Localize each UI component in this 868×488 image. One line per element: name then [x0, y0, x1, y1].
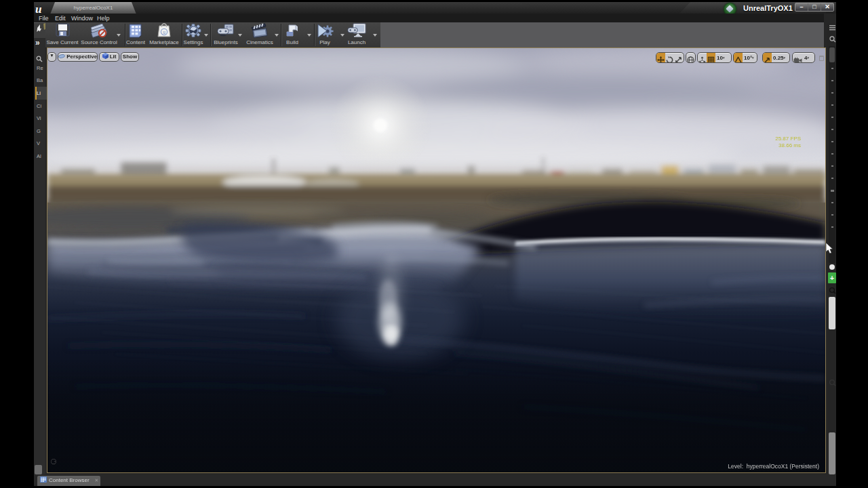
svg-text:+: + [830, 274, 834, 282]
svg-text:u: u [163, 29, 165, 35]
